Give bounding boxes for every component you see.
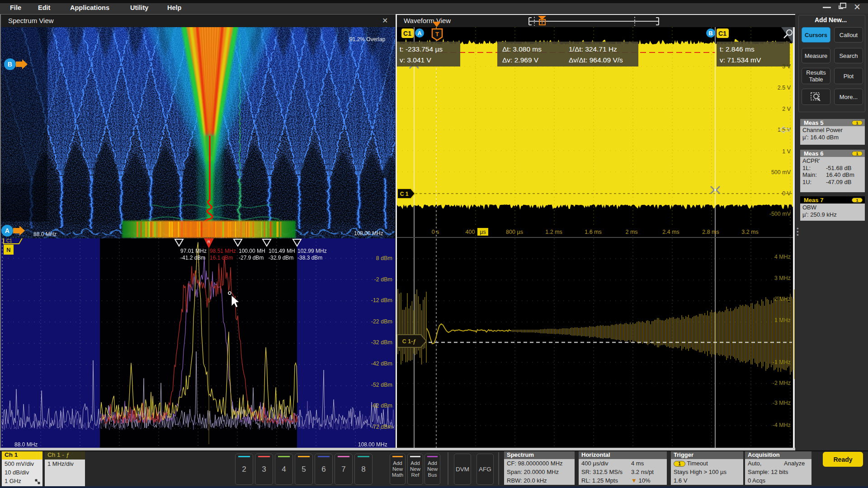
svg-text:C1: C1 (718, 30, 726, 37)
svg-text:98.51 MHz: 98.51 MHz (210, 248, 236, 254)
svg-text:1.2 ms: 1.2 ms (545, 229, 562, 235)
svg-text:400: 400 (466, 229, 475, 235)
svg-text:t: -233.754 µs: t: -233.754 µs (400, 45, 443, 53)
svg-text:88.0 MHz: 88.0 MHz (33, 231, 57, 237)
svg-text:2.8 ms: 2.8 ms (702, 229, 719, 235)
svg-text:v: 3.041 V: v: 3.041 V (400, 56, 431, 64)
svg-text:N: N (6, 246, 10, 253)
svg-text:-3 MHz: -3 MHz (773, 400, 791, 406)
svg-text:3 V: 3 V (782, 63, 791, 70)
svg-text:t: 2.846 ms: t: 2.846 ms (720, 45, 755, 53)
svg-text:2.4 ms: 2.4 ms (662, 229, 679, 235)
svg-text:-2 MHz: -2 MHz (773, 380, 791, 386)
svg-text:2 ms: 2 ms (625, 229, 637, 235)
svg-text:0 V: 0 V (782, 190, 791, 197)
svg-text:100.00 MH: 100.00 MH (239, 248, 265, 254)
svg-text:-38.3 dBm: -38.3 dBm (297, 255, 322, 261)
svg-text:-32 dBm: -32 dBm (371, 339, 392, 346)
svg-text:Δv/Δt: 964.09 V/s: Δv/Δt: 964.09 V/s (569, 56, 623, 64)
svg-text:B: B (8, 61, 12, 68)
svg-text:-42 dBm: -42 dBm (371, 360, 392, 367)
svg-text:1 MHz: 1 MHz (774, 317, 791, 323)
svg-text:A: A (5, 227, 9, 234)
svg-text:97.01 MHz: 97.01 MHz (180, 248, 207, 254)
svg-text:3.2 ms: 3.2 ms (741, 229, 759, 235)
svg-text:4 MHz: 4 MHz (774, 254, 791, 260)
svg-text:C1: C1 (403, 30, 411, 37)
svg-text:8 dBm: 8 dBm (376, 255, 392, 261)
svg-text:2 MHz: 2 MHz (774, 296, 791, 302)
svg-text:C1: C1 (6, 238, 12, 243)
svg-text:-32.9 dBm: -32.9 dBm (269, 255, 293, 261)
svg-text:2.5 V: 2.5 V (778, 85, 791, 91)
svg-text:-2 dBm: -2 dBm (374, 276, 392, 283)
svg-text:0 s: 0 s (432, 229, 439, 235)
svg-text:1/Δt: 324.71 Hz: 1/Δt: 324.71 Hz (569, 45, 617, 53)
svg-text:B: B (708, 30, 712, 37)
svg-text:-41.2 dBm: -41.2 dBm (180, 255, 205, 261)
svg-text:A: A (417, 30, 422, 37)
svg-text:101.49 MH: 101.49 MH (269, 248, 295, 254)
svg-text:108.00 MHz: 108.00 MHz (358, 441, 387, 448)
svg-text:88.0 MHz: 88.0 MHz (14, 441, 38, 448)
svg-text:Δv: 2.969 V: Δv: 2.969 V (502, 56, 539, 64)
svg-text:-52 dBm: -52 dBm (371, 382, 392, 388)
svg-text:2 V: 2 V (782, 106, 791, 112)
svg-text:91.2% Overlap: 91.2% Overlap (349, 36, 386, 43)
svg-text:16.1 dBm: 16.1 dBm (210, 255, 233, 261)
svg-text:v: 71.534 mV: v: 71.534 mV (720, 56, 761, 64)
svg-text:800 µs: 800 µs (506, 229, 523, 235)
svg-text:108.00 MHz: 108.00 MHz (354, 230, 383, 237)
svg-text:T: T (541, 20, 543, 25)
svg-text:1.6 ms: 1.6 ms (585, 229, 602, 235)
svg-text:C 1: C 1 (400, 191, 409, 197)
svg-text:-27.9 dBm: -27.9 dBm (239, 255, 264, 261)
svg-text:3 MHz: 3 MHz (774, 275, 791, 281)
svg-text:-500 mV: -500 mV (769, 211, 791, 217)
svg-text:C 1-ƒ: C 1-ƒ (402, 338, 416, 345)
svg-text:R: R (208, 240, 211, 244)
svg-text:-22 dBm: -22 dBm (371, 318, 392, 325)
svg-text:102.99 MHz: 102.99 MHz (297, 248, 327, 254)
svg-text:T: T (435, 31, 439, 38)
svg-text:500 mV: 500 mV (771, 169, 791, 175)
svg-text:-72 dBm: -72 dBm (371, 424, 392, 430)
svg-text:-62 dBm: -62 dBm (371, 403, 392, 409)
svg-text:1 V: 1 V (782, 148, 791, 155)
svg-text:-1 MHz: -1 MHz (773, 359, 791, 365)
svg-text:-4 MHz: -4 MHz (773, 422, 791, 428)
svg-text:Δt: 3.080 ms: Δt: 3.080 ms (502, 45, 542, 53)
svg-text:µs: µs (480, 229, 486, 235)
svg-text:-12 dBm: -12 dBm (371, 297, 392, 303)
